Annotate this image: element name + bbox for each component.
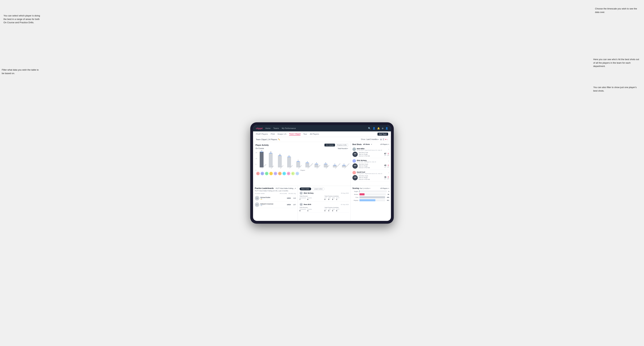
scoring-section: Scoring Par 3, 4 & 5s ▾ All Players ▾ Ea… xyxy=(351,186,391,221)
tab-hcaps[interactable]: Hcaps 1-5 xyxy=(278,133,286,135)
all-shots-tab[interactable]: All Shots xyxy=(362,143,370,145)
shot-card-header-3: David Ford 24 Aug 2023 · Royal North Dev… xyxy=(352,171,389,174)
shot-metric-dist-1: 67 yds xyxy=(384,153,386,156)
shot-badge-1: 200 SG xyxy=(352,152,358,157)
add-icon[interactable]: ⊕ xyxy=(382,127,384,130)
shot-player-meta-3: 24 Aug 2023 · Royal North Devon GC, Hole… xyxy=(357,173,388,174)
shots-chevron[interactable]: ▾ xyxy=(371,144,372,145)
scoring-bar-birdies xyxy=(360,193,386,195)
active-stats-2: Total Rounds Tournament8 Practice4 Total… xyxy=(300,207,349,212)
bar-group-6: 3R. Butler xyxy=(312,162,320,169)
tab-pgat-players[interactable]: PGAT Players xyxy=(256,133,268,135)
player-avg-2: 107 xyxy=(293,204,296,205)
player-info-2: Edward Crossman 🥈 2 xyxy=(260,203,286,206)
bar-3[interactable] xyxy=(287,157,291,168)
chart-filter-chevron[interactable]: ▾ xyxy=(347,148,348,149)
tab-all-players[interactable]: All Players xyxy=(310,133,319,135)
shot-metric-end-1: 0 yds xyxy=(387,153,389,156)
player-score-1: 19/20 xyxy=(287,197,291,199)
shot-player-name-1: Matt Miller xyxy=(357,148,388,150)
bell-icon[interactable]: 🔔 xyxy=(377,127,380,130)
scoring-bar-pars xyxy=(360,196,385,198)
all-players-filter[interactable]: All Players xyxy=(380,144,388,145)
shot-badge-num-2: 200 xyxy=(354,165,356,166)
scoring-player-filter[interactable]: All Players xyxy=(380,187,388,189)
activity-title: Player Activity xyxy=(256,144,268,146)
practice-drills-toggle[interactable]: Practice Drills xyxy=(336,144,348,147)
practice-label-2: Practice xyxy=(308,209,312,210)
shot-metrics-2: 43 yds 0 yds xyxy=(384,165,389,168)
scoring-filter-chevron[interactable]: ▾ xyxy=(370,187,370,189)
scoring-player-chevron[interactable]: ▾ xyxy=(388,187,389,189)
shot-metrics-3: 16 yds 0 yds xyxy=(384,176,389,179)
bar-group-3: 9J. Coles xyxy=(285,155,293,169)
search-icon[interactable]: 🔍 xyxy=(368,127,371,130)
tablet-screen: clippd Home Teams My Performance 🔍 👤 🔔 ⊕… xyxy=(253,125,391,221)
avatar-4: E. xyxy=(274,172,277,175)
main-content: Player Activity On Course Practice Drill… xyxy=(253,142,391,221)
edit-team-icon[interactable]: ✏️ xyxy=(278,138,280,140)
y-axis: 15 10 5 0 xyxy=(256,152,257,171)
nav-teams[interactable]: Teams xyxy=(273,127,279,129)
activity-toggle: On Course Practice Drills xyxy=(324,144,348,147)
bar-name-label-6: R. Butler xyxy=(316,168,318,169)
bar-label-2: 10 xyxy=(279,154,280,155)
left-panel: Player Activity On Course Practice Drill… xyxy=(253,142,351,221)
time-filter-chevron[interactable]: ▾ xyxy=(378,139,379,140)
practice-dropdown-chevron[interactable]: ▾ xyxy=(295,187,296,189)
shot-metric-end-3: 0 yds xyxy=(387,176,389,179)
bar-group-4: 5E. Ebert xyxy=(294,160,302,169)
shot-dist-val-3: 16 xyxy=(384,176,386,178)
scoring-label-birdies: Birdies xyxy=(352,194,358,195)
scoring-row-pars: Pars 499 xyxy=(352,196,389,198)
chart-filter-dropdown[interactable]: Total Rounds xyxy=(338,148,347,149)
avatar-2: D. xyxy=(265,172,268,175)
nav-home[interactable]: Home xyxy=(265,127,270,129)
profile-icon[interactable]: 👤 xyxy=(385,127,388,130)
shot-card-chevron-1[interactable]: › xyxy=(388,148,389,151)
nav-icons: 🔍 👤 🔔 ⊕ 👤 xyxy=(368,127,388,130)
activity-section: Player Activity On Course Practice Drill… xyxy=(253,142,350,186)
bar-2[interactable] xyxy=(278,155,282,168)
list-view-icon[interactable]: ☰ xyxy=(382,138,384,141)
putt-label-2: PUTT xyxy=(336,209,339,210)
least-active-btn[interactable]: Least Active xyxy=(312,187,324,190)
gtt-label-2: GTT xyxy=(324,209,327,210)
players-filter-chevron[interactable]: ▾ xyxy=(388,144,389,145)
scoring-filter-tab[interactable]: Par 3, 4 & 5s xyxy=(360,187,369,189)
nav-my-performance[interactable]: My Performance xyxy=(282,127,296,129)
putt-val-2: 0 xyxy=(336,210,339,212)
time-filter-dropdown[interactable]: Last 3 months xyxy=(366,138,378,140)
active-player-date-2: 02 Sep 2023 xyxy=(341,204,349,205)
player-row-2: EC Edward Crossman 🥈 2 18/20 107 xyxy=(255,201,296,208)
bars-container: 13B. McHarg12B. Britt10D. Ford9J. Coles5… xyxy=(258,150,348,169)
add-team-button[interactable]: Add Team xyxy=(378,133,388,136)
scoring-label-pars: Pars xyxy=(352,197,358,198)
shot-card-chevron-2[interactable]: › xyxy=(388,160,389,162)
shot-badge-sg-2: SG xyxy=(354,166,356,168)
on-course-toggle[interactable]: On Course xyxy=(324,144,335,147)
y-axis-5: 5 xyxy=(256,164,257,165)
shot-card-chevron-3[interactable]: › xyxy=(388,172,389,174)
bar-group-9: 2L. Robertson xyxy=(340,163,348,169)
best-shots-header: Best Shots All Shots ▾ All Players ▾ xyxy=(352,143,389,145)
sort-icon[interactable]: ↕ xyxy=(387,138,388,141)
x-axis-label: Players xyxy=(258,170,348,171)
bar-0[interactable] xyxy=(260,152,264,168)
active-rounds-1: Total Rounds Tournament7 Practice6 xyxy=(300,195,324,200)
shot-card-2: Blair McHarg 23 Jul 2023 · Ashridge GC, … xyxy=(352,158,389,170)
avatar-1: B. xyxy=(260,172,264,175)
grid-view-icon[interactable]: ⊞ xyxy=(380,138,382,141)
heart-view-icon[interactable]: ♥ xyxy=(385,138,386,141)
most-active-btn[interactable]: Most Active xyxy=(300,187,311,190)
app-val-2: 0 xyxy=(328,210,331,212)
user-icon[interactable]: 👤 xyxy=(372,127,376,130)
tab-tour[interactable]: Tour xyxy=(303,133,307,135)
bar-1[interactable] xyxy=(269,153,273,168)
tab-pga[interactable]: PGA xyxy=(271,133,275,135)
bar-name-label-7: M. Miller xyxy=(326,168,326,169)
scoring-val-bogeys: 311 xyxy=(387,199,389,201)
total-practice-row-1: GTT0 APP0 ARG0 PUTT1 xyxy=(324,197,349,200)
practice-dropdown[interactable]: PUTT Must Make Putting ... xyxy=(276,187,295,189)
tab-team-clippd[interactable]: Team Clippd xyxy=(289,133,300,136)
